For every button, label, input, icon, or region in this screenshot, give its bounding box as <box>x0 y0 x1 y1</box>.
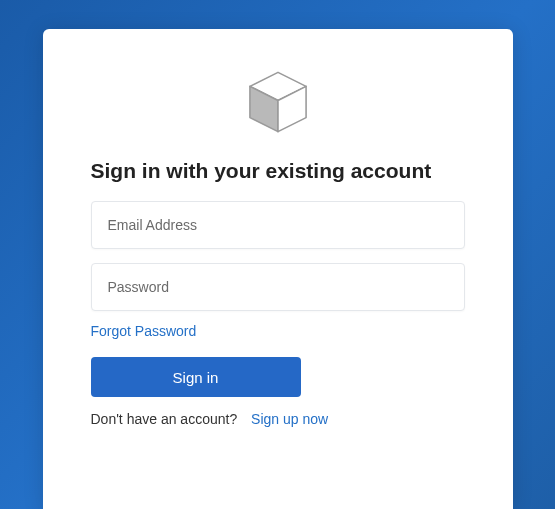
logo-container <box>91 63 465 141</box>
email-field[interactable] <box>91 201 465 249</box>
signup-row: Don't have an account? Sign up now <box>91 411 465 427</box>
signin-card: Sign in with your existing account Forgo… <box>43 29 513 509</box>
signup-link[interactable]: Sign up now <box>251 411 328 427</box>
page-title: Sign in with your existing account <box>91 159 465 183</box>
signup-prompt: Don't have an account? <box>91 411 238 427</box>
forgot-password-link[interactable]: Forgot Password <box>91 323 465 339</box>
cube-icon <box>239 63 317 141</box>
password-field[interactable] <box>91 263 465 311</box>
signin-button[interactable]: Sign in <box>91 357 301 397</box>
